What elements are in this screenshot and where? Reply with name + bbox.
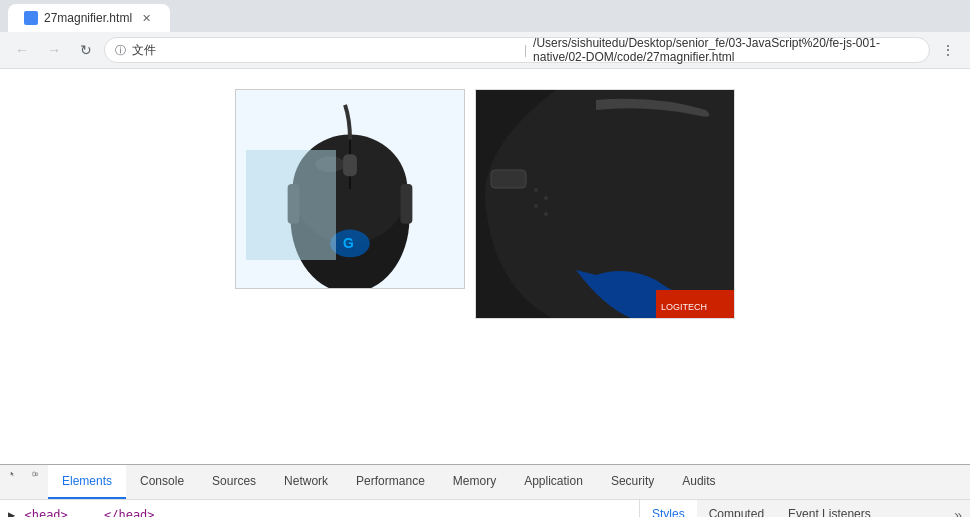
svg-rect-18 [36, 473, 38, 476]
tab-close-button[interactable]: ✕ [138, 10, 154, 26]
svg-point-13 [534, 204, 538, 208]
browser-chrome: 27magnifier.html ✕ ← → ↻ ⓘ 文件 | /Users/s… [0, 0, 970, 69]
performance-tab[interactable]: Performance [342, 465, 439, 499]
url-text: /Users/sishuitedu/Desktop/senior_fe/03-J… [533, 36, 919, 64]
svg-point-11 [534, 188, 538, 192]
svg-rect-7 [400, 184, 412, 224]
refresh-button[interactable]: ↻ [72, 36, 100, 64]
svg-text:LOGITECH: LOGITECH [661, 302, 707, 312]
svg-rect-10 [491, 170, 526, 188]
inspect-element-button[interactable] [4, 465, 22, 483]
elements-tree: ▶ <head> ... </head> ▼ <body> ▼ <div id=… [0, 500, 639, 517]
sources-tab[interactable]: Sources [198, 465, 270, 499]
refresh-icon: ↻ [80, 42, 92, 58]
menu-icon: ⋮ [941, 42, 955, 58]
forward-button[interactable]: → [40, 36, 68, 64]
browser-tab[interactable]: 27magnifier.html ✕ [8, 4, 170, 32]
mouse-image-large: LOGITECH [476, 90, 735, 319]
devtools-body: ▶ <head> ... </head> ▼ <body> ▼ <div id=… [0, 500, 970, 517]
nav-bar: ← → ↻ ⓘ 文件 | /Users/sishuitedu/Desktop/s… [0, 32, 970, 68]
url-separator: | [524, 43, 527, 57]
address-bar[interactable]: ⓘ 文件 | /Users/sishuitedu/Desktop/senior_… [104, 37, 930, 63]
cursor-icon [10, 466, 16, 482]
application-tab[interactable]: Application [510, 465, 597, 499]
devtools-tabs-bar: Elements Console Sources Network Perform… [0, 465, 970, 500]
memory-tab[interactable]: Memory [439, 465, 510, 499]
audits-tab[interactable]: Audits [668, 465, 729, 499]
elements-tab[interactable]: Elements [48, 465, 126, 499]
device-icon [32, 466, 38, 482]
svg-point-12 [544, 196, 548, 200]
more-tabs-button[interactable]: » [946, 500, 970, 517]
magnifier-large-box: LOGITECH [475, 89, 735, 319]
console-tab[interactable]: Console [126, 465, 198, 499]
magnifier-small-box: G [235, 89, 465, 289]
info-icon: ⓘ [115, 43, 126, 58]
elements-panel: ▶ <head> ... </head> ▼ <body> ▼ <div id=… [0, 500, 640, 517]
device-toolbar-button[interactable] [26, 465, 44, 483]
tab-favicon [24, 11, 38, 25]
svg-rect-3 [343, 154, 357, 176]
svg-rect-17 [33, 472, 36, 476]
url-prefix: 文件 [132, 42, 518, 59]
styles-tabs-bar: Styles Computed Event Listeners » [640, 500, 970, 517]
network-tab[interactable]: Network [270, 465, 342, 499]
mouse-image-small: G [236, 90, 464, 288]
svg-text:G: G [343, 235, 354, 251]
security-tab[interactable]: Security [597, 465, 668, 499]
back-icon: ← [15, 42, 29, 58]
page-content: G LOGITECH [0, 69, 970, 464]
computed-tab[interactable]: Computed [697, 500, 776, 517]
devtools-panel: Elements Console Sources Network Perform… [0, 464, 970, 517]
menu-button[interactable]: ⋮ [934, 36, 962, 64]
forward-icon: → [47, 42, 61, 58]
styles-tab[interactable]: Styles [640, 500, 697, 517]
title-bar: 27magnifier.html ✕ [0, 0, 970, 32]
svg-rect-6 [288, 184, 300, 224]
back-button[interactable]: ← [8, 36, 36, 64]
svg-point-8 [315, 156, 345, 172]
event-listeners-tab[interactable]: Event Listeners [776, 500, 883, 517]
table-row[interactable]: ▶ <head> ... </head> [8, 504, 631, 517]
svg-point-14 [544, 212, 548, 216]
styles-panel: Styles Computed Event Listeners » :hov [640, 500, 970, 517]
triangle-icon: ▶ [8, 506, 15, 517]
tab-title: 27magnifier.html [44, 11, 132, 25]
